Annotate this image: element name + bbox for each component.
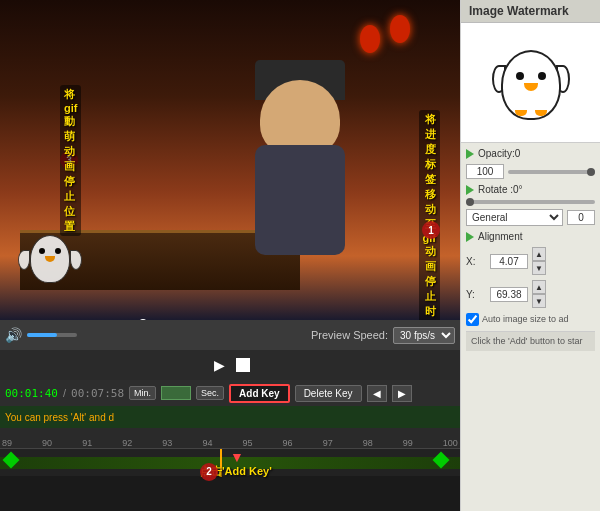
auto-size-label: Auto image size to ad bbox=[482, 314, 569, 326]
alignment-label: Alignment bbox=[478, 231, 528, 242]
x-row: X: ▲ ▼ bbox=[466, 247, 595, 275]
x-spinners: ▲ ▼ bbox=[532, 247, 546, 275]
y-row: Y: ▲ ▼ bbox=[466, 280, 595, 308]
x-increment-button[interactable]: ▲ bbox=[532, 247, 546, 261]
opacity-slider-thumb[interactable] bbox=[587, 168, 595, 176]
stop-button[interactable] bbox=[236, 358, 250, 372]
x-decrement-button[interactable]: ▼ bbox=[532, 261, 546, 275]
panel-title: Image Watermark bbox=[461, 0, 600, 23]
opacity-row: Opacity:0 bbox=[466, 148, 595, 159]
rotate-label: Rotate :0° bbox=[478, 184, 528, 195]
wm-body bbox=[30, 235, 70, 283]
prev-key-button[interactable]: ◀ bbox=[367, 385, 387, 402]
playback-controls: ▶ bbox=[0, 350, 460, 380]
alignment-row: Alignment bbox=[466, 231, 595, 242]
min-button[interactable]: Min. bbox=[129, 386, 156, 400]
panel-footer: Click the 'Add' button to star bbox=[466, 331, 595, 351]
wm-wing-left bbox=[18, 250, 30, 270]
preview-body bbox=[501, 50, 561, 120]
rotate-slider[interactable] bbox=[466, 200, 595, 204]
ruler-90: 90 bbox=[42, 438, 52, 448]
panel-controls: Opacity:0 Rotate :0° Gene bbox=[461, 143, 600, 511]
ruler-98: 98 bbox=[363, 438, 373, 448]
video-player: 将进度标签移动至gif 动画停止时间点 1 3 将gif動萌动画停止位置 bbox=[0, 0, 460, 320]
annotation-3-text: 将gif動萌动画停止位置 bbox=[60, 85, 81, 236]
wm-eye-left bbox=[39, 248, 45, 254]
keyframe-track[interactable]: ▼ 2 点击'Add Key' bbox=[0, 448, 460, 476]
annotation-2-badge: 2 bbox=[200, 463, 218, 481]
watermark-preview bbox=[461, 23, 600, 143]
opacity-value-input[interactable] bbox=[466, 164, 504, 179]
x-value-input[interactable] bbox=[490, 254, 528, 269]
annotation-1-text: 将进度标签移动至gif 动画停止时间点 bbox=[419, 110, 440, 321]
rotate-slider-row bbox=[466, 200, 595, 204]
sec-button[interactable]: Sec. bbox=[196, 386, 224, 400]
ruler-96: 96 bbox=[283, 438, 293, 448]
click-info-text: Click the 'Add' button to star bbox=[471, 336, 583, 346]
right-panel: Image Watermark bbox=[460, 0, 600, 511]
opacity-slider-row bbox=[466, 164, 595, 179]
keyframe-ruler: 89 90 91 92 93 94 95 96 97 98 99 100 bbox=[0, 428, 460, 448]
lantern-decoration-1 bbox=[390, 15, 410, 43]
general-row: General bbox=[466, 209, 595, 226]
ruler-97: 97 bbox=[323, 438, 333, 448]
preview-eye-left bbox=[516, 72, 524, 80]
ruler-100: 100 bbox=[443, 438, 458, 448]
volume-fill bbox=[27, 333, 57, 337]
help-text-bar: You can press 'Alt' and d bbox=[0, 406, 460, 428]
add-key-button[interactable]: Add Key bbox=[229, 384, 290, 403]
general-number-input[interactable] bbox=[567, 210, 595, 225]
video-background: 将进度标签移动至gif 动画停止时间点 1 3 将gif動萌动画停止位置 bbox=[0, 0, 460, 320]
time-separator: / bbox=[63, 387, 66, 399]
min-indicator bbox=[161, 386, 191, 400]
delete-key-button[interactable]: Delete Key bbox=[295, 385, 362, 402]
time-current: 00:01:40 bbox=[5, 387, 58, 400]
rotate-row: Rotate :0° bbox=[466, 184, 595, 195]
preview-foot-right bbox=[535, 110, 547, 116]
alignment-expand-icon[interactable] bbox=[466, 232, 474, 242]
main-container: 将进度标签移动至gif 动画停止时间点 1 3 将gif動萌动画停止位置 bbox=[0, 0, 600, 511]
next-key-button[interactable]: ▶ bbox=[392, 385, 412, 402]
seek-thumb[interactable] bbox=[138, 319, 148, 320]
volume-slider[interactable] bbox=[27, 333, 77, 337]
auto-size-row: Auto image size to ad bbox=[466, 313, 595, 326]
char-head bbox=[260, 80, 340, 155]
video-section: 将进度标签移动至gif 动画停止时间点 1 3 将gif動萌动画停止位置 bbox=[0, 0, 460, 511]
ruler-92: 92 bbox=[122, 438, 132, 448]
time-total: 00:07:58 bbox=[71, 387, 124, 400]
fps-select[interactable]: 30 fps/s bbox=[393, 327, 455, 344]
preview-foot-left bbox=[515, 110, 527, 116]
auto-size-checkbox[interactable] bbox=[466, 313, 479, 326]
controls-bar: 🔊 Preview Speed: 30 fps/s bbox=[0, 320, 460, 350]
rotate-expand-icon[interactable] bbox=[466, 185, 474, 195]
opacity-label: Opacity:0 bbox=[478, 148, 528, 159]
volume-icon[interactable]: 🔊 bbox=[5, 327, 22, 343]
general-select[interactable]: General bbox=[466, 209, 563, 226]
ruler-93: 93 bbox=[162, 438, 172, 448]
help-text: You can press 'Alt' and d bbox=[5, 412, 114, 423]
timeline-controls: 00:01:40 / 00:07:58 Min. Sec. Add Key De… bbox=[0, 380, 460, 406]
preview-speed-label: Preview Speed: bbox=[311, 329, 388, 341]
lantern-decoration-2 bbox=[360, 25, 380, 53]
watermark-overlay bbox=[20, 230, 80, 290]
annotation-2-container: 2 点击'Add Key' bbox=[200, 464, 272, 479]
char-body bbox=[255, 145, 345, 255]
playhead-arrow: ▼ bbox=[230, 449, 244, 465]
play-button[interactable]: ▶ bbox=[210, 356, 228, 374]
preview-beak bbox=[524, 83, 538, 91]
y-decrement-button[interactable]: ▼ bbox=[532, 294, 546, 308]
y-label: Y: bbox=[466, 289, 486, 300]
y-increment-button[interactable]: ▲ bbox=[532, 280, 546, 294]
ruler-99: 99 bbox=[403, 438, 413, 448]
ruler-89: 89 bbox=[2, 438, 12, 448]
ruler-95: 95 bbox=[242, 438, 252, 448]
opacity-slider[interactable] bbox=[508, 170, 595, 174]
preview-feet bbox=[503, 110, 559, 116]
character-figure bbox=[240, 80, 360, 260]
opacity-expand-icon[interactable] bbox=[466, 149, 474, 159]
y-value-input[interactable] bbox=[490, 287, 528, 302]
wm-eye-right bbox=[55, 248, 61, 254]
ruler-numbers: 89 90 91 92 93 94 95 96 97 98 99 100 bbox=[0, 438, 460, 448]
rotate-slider-thumb[interactable] bbox=[466, 198, 474, 206]
x-label: X: bbox=[466, 256, 486, 267]
